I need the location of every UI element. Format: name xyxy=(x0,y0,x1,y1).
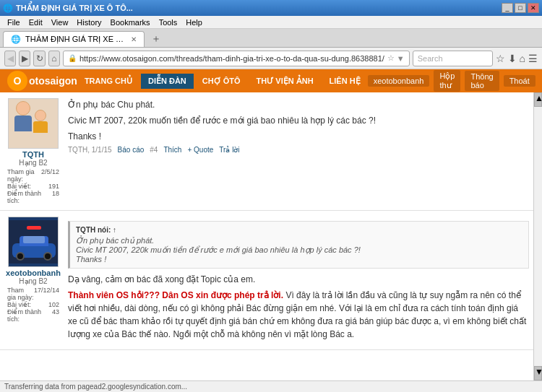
nav-inbox[interactable]: Hộp thư xyxy=(434,70,460,92)
post-1: TQTH Hạng B2 Tham gia ngày: 2/5/12 Bài v… xyxy=(0,92,533,211)
xeoto-posts-label: Bài viết: xyxy=(7,301,31,308)
status-text: Transferring data from pagead2.googlesyn… xyxy=(4,383,187,391)
xeoto-joined-val: 17/12/14 xyxy=(34,287,59,301)
nav-logout[interactable]: Thoát xyxy=(504,75,535,87)
search-bar[interactable]: Search xyxy=(413,51,493,66)
status-bar: Transferring data from pagead2.googlesyn… xyxy=(0,380,542,392)
url-dropdown-icon[interactable]: ▼ xyxy=(397,54,405,63)
post-1-avatar-area: TQTH Hạng B2 Tham gia ngày: 2/5/12 Bài v… xyxy=(4,98,62,204)
bookmark-icon[interactable]: ☆ xyxy=(496,53,505,64)
username-tqth[interactable]: TQTH xyxy=(19,150,47,159)
nav-dien-dan[interactable]: DIỄN ĐÀN xyxy=(141,74,194,89)
quote-text-2: Civic MT 2007, 220k muốn tiền để rước e … xyxy=(76,245,522,255)
tab-title: THẨM ĐỊNH GIÁ TRỊ XE Ô TÔ... xyxy=(25,35,126,44)
scroll-up[interactable]: ▲ xyxy=(534,92,542,107)
quote-box: TQTH nói: ↑ Ởn phụ bác chủ phát. Civic M… xyxy=(68,221,529,269)
title-bar: 🌐 THẨM ĐỊNH GIÁ TRỊ XE Ô TÔ... _ □ ✕ xyxy=(0,0,542,16)
close-button[interactable]: ✕ xyxy=(528,3,539,13)
user-rank-xeoto: Hạng B2 xyxy=(6,277,61,285)
posts-label: Bài viết: xyxy=(7,183,31,190)
menu-edit[interactable]: Edit xyxy=(25,16,47,28)
post-2-red-text: Thành viên OS hỏi??? Dân OS xin được phé… xyxy=(68,289,529,341)
quote-text-3: Thanks ! xyxy=(76,255,522,263)
nav-notifications[interactable]: Thông báo xyxy=(465,71,499,91)
avatar-tqth xyxy=(8,98,59,149)
xeoto-joined-label: Tham gia ngày: xyxy=(7,287,34,301)
post-1-reply-link[interactable]: Trả lời xyxy=(219,146,239,154)
quote-author: TQTH nói: ↑ xyxy=(76,226,522,234)
site-nav-right: xeotobonbanh Hộp thư Thông báo Thoát xyxy=(368,70,535,92)
xeoto-score-val: 43 xyxy=(52,308,59,323)
nav-username[interactable]: xeotobonbanh xyxy=(368,75,430,87)
nav-cho-oto[interactable]: CHỢ ÔTÔ xyxy=(195,74,248,89)
url-text: https://www.otosaigon.com/threads/tham-d… xyxy=(79,54,384,63)
user-stats-tqth: Tham gia ngày: 2/5/12 Bài viết: 191 Điểm… xyxy=(4,168,62,204)
nav-trang-chu[interactable]: TRANG CHỦ xyxy=(77,74,139,89)
score-label: Điểm thành tích: xyxy=(7,190,52,204)
url-bar[interactable]: 🔒 https://www.otosaigon.com/threads/tham… xyxy=(63,51,410,66)
post-1-report-link[interactable]: Báo cáo xyxy=(118,146,145,154)
home-icon[interactable]: ⌂ xyxy=(520,53,525,64)
user-rank-tqth: Hạng B2 xyxy=(19,159,47,167)
score-val: 18 xyxy=(52,190,59,204)
post-1-meta-user: TQTH, 1/1/15 xyxy=(68,146,112,154)
site-nav: O otosaigon TRANG CHỦ DIỄN ĐÀN CHỢ ÔTÔ T… xyxy=(0,69,542,92)
download-icon[interactable]: ⬇ xyxy=(508,53,517,64)
menu-history[interactable]: History xyxy=(72,16,106,28)
post-1-text2: Civic MT 2007, 220k muốn tiền để rước e … xyxy=(68,114,529,127)
post-1-meta: TQTH, 1/1/15 Báo cáo #4 Thích + Quote Tr… xyxy=(68,146,529,154)
post-1-like-link[interactable]: Thích xyxy=(163,146,181,154)
site-logo[interactable]: O otosaigon xyxy=(7,71,77,91)
tab-close-button[interactable]: ✕ xyxy=(131,35,137,43)
back-button[interactable]: ◀ xyxy=(4,51,16,66)
scroll-down[interactable]: ▼ xyxy=(534,366,542,380)
settings-icon[interactable]: ☰ xyxy=(528,53,538,64)
title-bar-text: THẨM ĐỊNH GIÁ TRỊ XE Ô TÔ... xyxy=(16,4,133,13)
minimize-button[interactable]: _ xyxy=(502,3,513,13)
post-2: xeotobonbanh Hạng B2 Tham gia ngày: 17/1… xyxy=(0,211,533,350)
menu-bookmarks[interactable]: Bookmarks xyxy=(106,16,155,28)
nav-thu-vien-anh[interactable]: THƯ VIỆN ẢNH xyxy=(249,74,321,89)
nav-lien-he[interactable]: LIÊN HỆ xyxy=(322,74,368,89)
post-1-text3: Thanks ! xyxy=(68,130,529,143)
forward-button[interactable]: ▶ xyxy=(19,51,30,66)
main-content: TQTH Hạng B2 Tham gia ngày: 2/5/12 Bài v… xyxy=(0,92,533,380)
xeoto-score-label: Điểm thành tích: xyxy=(7,308,52,323)
menu-view[interactable]: View xyxy=(47,16,73,28)
logo-icon: O xyxy=(7,71,27,91)
post-2-avatar-area: xeotobonbanh Hạng B2 Tham gia ngày: 17/1… xyxy=(4,217,62,344)
scrollbar[interactable]: ▲ ▼ xyxy=(533,92,542,380)
menu-help[interactable]: Help xyxy=(181,16,207,28)
menu-tools[interactable]: Tools xyxy=(155,16,182,28)
menu-bar: File Edit View History Bookmarks Tools H… xyxy=(0,16,542,29)
post-1-text1: Ởn phụ bác Chu phát. xyxy=(68,98,529,111)
joined-label: Tham gia ngày: xyxy=(7,168,41,183)
address-bar: ◀ ▶ ↻ ⌂ 🔒 https://www.otosaigon.com/thre… xyxy=(0,48,542,69)
search-placeholder: Search xyxy=(418,54,443,63)
menu-file[interactable]: File xyxy=(3,16,25,28)
home-button[interactable]: ⌂ xyxy=(48,51,60,66)
post-2-red-bold: Thành viên OS hỏi??? Dân OS xin được phé… xyxy=(68,290,283,300)
post-2-body: TQTH nói: ↑ Ởn phụ bác chủ phát. Civic M… xyxy=(68,217,529,344)
post-1-quote-link[interactable]: + Quote xyxy=(187,146,213,154)
window-controls[interactable]: _ □ ✕ xyxy=(502,3,539,13)
maximize-button[interactable]: □ xyxy=(515,3,526,13)
quote-text-1: Ởn phụ bác chủ phát. xyxy=(76,236,522,245)
tab-bar: 🌐 THẨM ĐỊNH GIÁ TRỊ XE Ô TÔ... ✕ ＋ xyxy=(0,29,542,48)
avatar-xeoto xyxy=(8,217,59,267)
posts-val: 191 xyxy=(48,183,59,190)
content-area: TQTH Hạng B2 Tham gia ngày: 2/5/12 Bài v… xyxy=(0,92,542,380)
username-xeoto[interactable]: xeotobonbanh xyxy=(6,269,61,277)
joined-val: 2/5/12 xyxy=(41,168,59,183)
xeoto-posts-val: 102 xyxy=(48,301,59,308)
refresh-button[interactable]: ↻ xyxy=(33,51,45,66)
site-nav-links: TRANG CHỦ DIỄN ĐÀN CHỢ ÔTÔ THƯ VIỆN ẢNH … xyxy=(77,74,368,89)
logo-text: otosaigon xyxy=(29,75,77,87)
new-tab-button[interactable]: ＋ xyxy=(145,31,168,47)
post-1-body: Ởn phụ bác Chu phát. Civic MT 2007, 220k… xyxy=(68,98,529,204)
bookmark-star-icon[interactable]: ☆ xyxy=(387,53,395,63)
post-1-meta-num: #4 xyxy=(150,146,158,154)
post-2-line1: Dạ vâng, cảm ơn bác đã xong đặt Topic củ… xyxy=(68,273,529,286)
browser-tab[interactable]: 🌐 THẨM ĐỊNH GIÁ TRỊ XE Ô TÔ... ✕ xyxy=(3,31,145,47)
user-stats-xeoto: Tham gia ngày: 17/12/14 Bài viết: 102 Đi… xyxy=(4,287,62,323)
